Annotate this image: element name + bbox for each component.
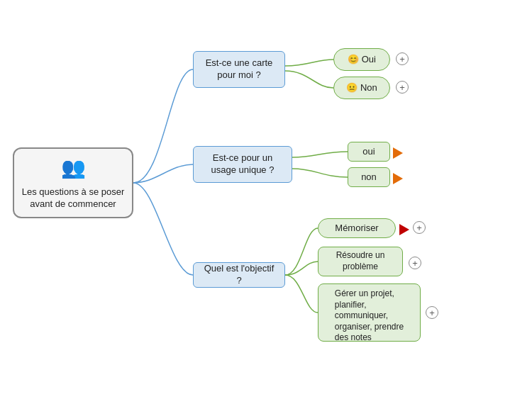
people-icon: 👥 [61, 155, 86, 181]
usage-oui-label: oui [362, 146, 375, 158]
answer-usage-non: non [348, 167, 390, 187]
plus-non-button[interactable]: + [396, 81, 409, 94]
oui-label: 😊 Oui [348, 54, 376, 66]
usage-non-label: non [361, 172, 377, 184]
gerer-label: Gérer un projet,planifier,communiquer,or… [335, 288, 404, 344]
root-label: Les questions à se poser avant de commen… [20, 186, 126, 210]
non-label: 😐 Non [346, 82, 377, 94]
answer-gerer: Gérer un projet,planifier,communiquer,or… [318, 283, 421, 342]
resoudre-label: Résoudre unproblème [336, 250, 385, 272]
arrow-memoriser-icon [399, 224, 409, 235]
arrow-non-icon [393, 173, 403, 184]
question-1: Est-ce une cartepour moi ? [193, 51, 285, 88]
answer-resoudre: Résoudre unproblème [318, 247, 403, 276]
answer-usage-oui: oui [348, 142, 390, 162]
plus-gerer-button[interactable]: + [426, 306, 438, 319]
q3-label: Quel est l'objectif ? [201, 263, 277, 287]
answer-oui: 😊 Oui [333, 48, 390, 71]
root-node: 👥 Les questions à se poser avant de comm… [13, 147, 133, 218]
question-3: Quel est l'objectif ? [193, 262, 285, 288]
q2-label: Est-ce pour unusage unique ? [211, 152, 275, 176]
arrow-oui-icon [393, 147, 403, 159]
answer-non: 😐 Non [333, 77, 390, 99]
q1-label: Est-ce une cartepour moi ? [206, 57, 273, 82]
plus-memoriser-button[interactable]: + [413, 221, 426, 234]
answer-memoriser: Mémoriser [318, 218, 396, 238]
plus-oui-button[interactable]: + [396, 52, 409, 65]
plus-resoudre-button[interactable]: + [409, 257, 421, 269]
memoriser-label: Mémoriser [335, 223, 378, 235]
question-2: Est-ce pour unusage unique ? [193, 146, 292, 183]
